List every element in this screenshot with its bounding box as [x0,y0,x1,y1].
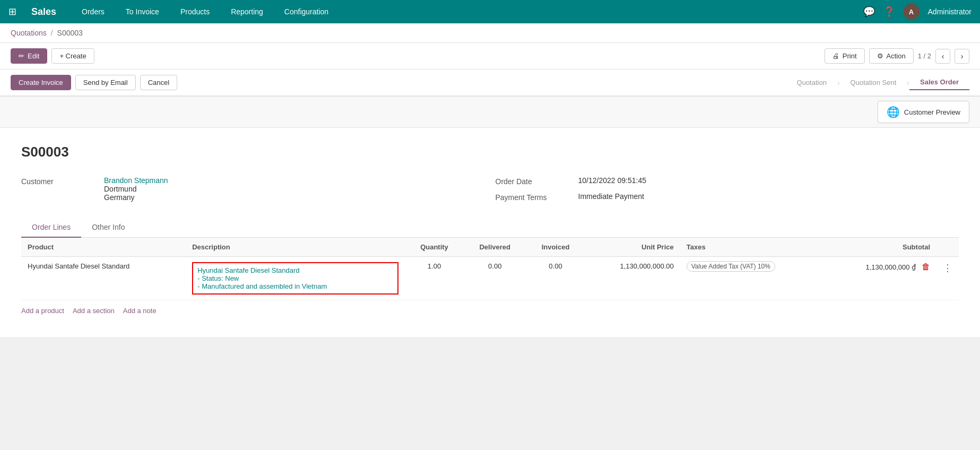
action-toolbar: Create Invoice Send by Email Cancel Quot… [0,70,980,97]
add-section-link[interactable]: Add a section [73,307,115,315]
status-sales-order: Sales Order [909,75,969,90]
tax-badge: Value Added Tax (VAT) 10% [687,261,775,272]
admin-name: Administrator [928,7,972,16]
customer-label: Customer [21,176,96,186]
order-date-value: 10/12/2022 09:51:45 [578,176,646,185]
send-by-email-button[interactable]: Send by Email [75,75,136,90]
main-content: S00003 Customer Brandon Stepmann Dortmun… [0,128,980,337]
top-nav: ⊞ Sales Orders To Invoice Products Repor… [0,0,980,23]
desc-title[interactable]: Hyundai Santafe Diesel Standard [197,266,393,274]
customer-preview-bar: 🌐 Customer Preview [0,97,980,128]
col-taxes: Taxes [680,238,826,257]
customer-row: Customer Brandon Stepmann Dortmund Germa… [21,176,485,202]
customer-preview-label: Customer Preview [904,108,960,116]
form-left: Customer Brandon Stepmann Dortmund Germa… [21,176,485,202]
breadcrumb: Quotations / S00003 [0,23,980,43]
cell-taxes: Value Added Tax (VAT) 10% [680,257,826,300]
status-quotation: Quotation [786,75,837,90]
breadcrumb-parent[interactable]: Quotations [11,29,47,37]
form-right: Order Date 10/12/2022 09:51:45 Payment T… [496,176,959,202]
status-bar: Quotation › Quotation Sent › Sales Order [786,75,969,90]
action-button[interactable]: ⚙ Action [869,48,914,64]
col-invoiced: Invoiced [526,238,585,257]
desc-line1: - Status: New [197,274,393,282]
table-footer: Add a product Add a section Add a note [21,300,959,321]
pagination-text: 1 / 2 [918,52,931,60]
app-name: Sales [31,6,56,18]
col-description: Description [186,238,405,257]
cell-quantity: 1.00 [405,257,463,300]
edit-button[interactable]: ✏ Edit [11,48,47,64]
nav-orders[interactable]: Orders [77,5,109,18]
cancel-button[interactable]: Cancel [140,75,177,90]
create-button[interactable]: + Create [51,48,94,64]
order-date-row: Order Date 10/12/2022 09:51:45 [496,176,959,186]
col-product: Product [21,238,186,257]
order-lines-table: Product Description Quantity Delivered I… [21,238,959,300]
payment-terms-row: Payment Terms Immediate Payment [496,192,959,202]
breadcrumb-separator: / [51,29,53,37]
table-row: Hyundai Santafe Diesel Standard Hyundai … [21,257,959,300]
toolbar: ✏ Edit + Create 🖨 Print ⚙ Action 1 / 2 ‹… [0,43,980,70]
chat-icon[interactable]: 💬 [863,6,875,18]
tab-order-lines[interactable]: Order Lines [21,218,81,238]
payment-terms-label: Payment Terms [496,192,570,202]
add-note-link[interactable]: Add a note [123,307,157,315]
gear-icon: ⚙ [877,52,883,60]
avatar: A [904,4,920,20]
more-options-icon[interactable]: ⋮ [943,263,952,273]
description-box: Hyundai Santafe Diesel Standard - Status… [192,262,398,295]
app-grid-icon[interactable]: ⊞ [8,6,16,18]
print-icon: 🖨 [832,52,839,60]
customer-preview-button[interactable]: 🌐 Customer Preview [878,101,969,123]
customer-name[interactable]: Brandon Stepmann [104,176,168,185]
prev-button[interactable]: ‹ [935,49,950,64]
order-date-label: Order Date [496,176,570,186]
nav-to-invoice[interactable]: To Invoice [122,5,163,18]
col-delivered: Delivered [464,238,526,257]
edit-icon: ✏ [19,52,24,60]
tabs: Order Lines Other Info [21,218,959,238]
nav-products[interactable]: Products [176,5,214,18]
col-actions [936,238,959,257]
add-product-link[interactable]: Add a product [21,307,64,315]
cell-invoiced: 0.00 [526,257,585,300]
col-quantity: Quantity [405,238,463,257]
cell-subtotal: 1,130,000,000 ₫ 🗑 [826,257,936,300]
tab-other-info[interactable]: Other Info [81,218,135,238]
customer-country: Germany [104,193,168,202]
cell-unit-price: 1,130,000,000.00 [585,257,680,300]
globe-icon: 🌐 [887,106,900,118]
payment-terms-value: Immediate Payment [578,192,645,201]
next-button[interactable]: › [955,49,969,64]
help-icon[interactable]: ❓ [883,6,895,18]
cell-more: ⋮ [936,257,959,300]
nav-configuration[interactable]: Configuration [280,5,333,18]
col-subtotal: Subtotal [826,238,936,257]
customer-city: Dortmund [104,185,168,193]
cell-description: Hyundai Santafe Diesel Standard - Status… [186,257,405,300]
nav-reporting[interactable]: Reporting [227,5,267,18]
delete-row-icon[interactable]: 🗑 [922,262,930,271]
customer-value: Brandon Stepmann Dortmund Germany [104,176,168,202]
status-quotation-sent: Quotation Sent [840,75,907,90]
create-invoice-button[interactable]: Create Invoice [11,75,71,90]
cell-product: Hyundai Santafe Diesel Standard [21,257,186,300]
col-unit-price: Unit Price [585,238,680,257]
breadcrumb-current: S00003 [57,29,83,37]
order-id: S00003 [21,144,959,160]
cell-delivered: 0.00 [464,257,526,300]
desc-line2: - Manufactured and assembled in Vietnam [197,282,393,290]
order-form: Customer Brandon Stepmann Dortmund Germa… [21,176,959,202]
print-button[interactable]: 🖨 Print [825,48,865,64]
